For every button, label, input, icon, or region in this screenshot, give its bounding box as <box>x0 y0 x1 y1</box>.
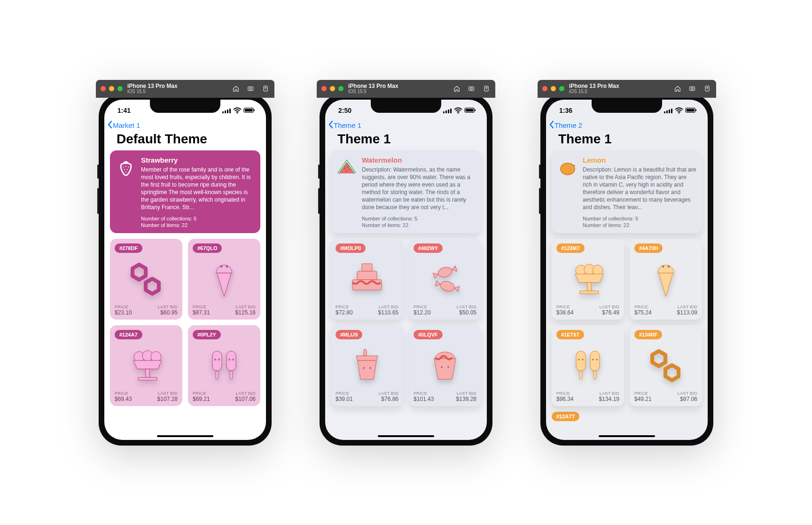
item-art-icecream-icon <box>414 339 476 391</box>
item-art-cake-icon <box>336 253 398 305</box>
item-card[interactable]: #278DF PRICE $23.10 LAST BID $60.95 <box>110 239 182 320</box>
item-card[interactable]: #MOLP0 PRICE $72.80 LAST BID $110.65 <box>331 239 403 320</box>
home-indicator[interactable] <box>378 435 434 437</box>
zoom-icon[interactable] <box>117 86 123 91</box>
item-art-popsicles-icon <box>556 339 619 391</box>
page-title: Default Theme <box>110 132 260 150</box>
hero-watermelon-icon <box>336 156 357 229</box>
hero-card[interactable]: Watermelon Description: Watermelons, as … <box>331 150 481 234</box>
hero-counts: Number of collections: 5 Number of items… <box>362 215 476 229</box>
minimize-icon[interactable] <box>551 86 556 91</box>
item-art-hex-rings-icon <box>634 339 697 391</box>
hero-title: Lemon <box>583 156 696 164</box>
battery-icon <box>464 107 476 113</box>
zoom-icon[interactable] <box>338 86 344 91</box>
hero-description: Description: Watermelons, as the name su… <box>362 166 476 212</box>
device-notch <box>371 100 441 113</box>
chevron-left-icon <box>107 120 113 130</box>
window-traffic-lights[interactable] <box>542 86 564 91</box>
share-icon[interactable] <box>483 85 491 93</box>
item-card[interactable]: #482WY PRICE $12.20 LAST BID $50.05 <box>409 239 481 320</box>
item-meta: PRICE $38.64 LAST BID $76.49 <box>556 305 619 316</box>
item-art-candies-icon <box>414 253 476 305</box>
item-tag: #67QLO <box>193 243 222 253</box>
item-tag: #124A7 <box>115 330 142 339</box>
nav-back[interactable]: Market 1 <box>104 118 266 132</box>
hero-card[interactable]: Strawberry Member of the rose family and… <box>110 150 260 234</box>
minimize-icon[interactable] <box>330 86 335 91</box>
device-frame: 1:36 Theme 2 <box>540 94 713 446</box>
item-card[interactable]: #134RF PRICE $49.21 LAST BID $87.06 <box>630 325 702 406</box>
item-tag: #MLIJ9 <box>336 330 362 339</box>
item-meta: PRICE $87.31 LAST BID $125.16 <box>193 305 256 316</box>
battery-icon <box>685 107 697 113</box>
item-tag: #12A7T <box>552 412 579 421</box>
wifi-icon <box>233 107 242 114</box>
close-icon[interactable] <box>321 86 327 91</box>
hero-counts: Number of collections: 5 Number of items… <box>583 215 696 229</box>
zoom-icon[interactable] <box>559 86 564 91</box>
hero-lemon-icon <box>557 156 578 229</box>
simulator-title: iPhone 13 Pro Max iOS 15.5 <box>348 83 398 94</box>
item-tag: #0LQVF <box>414 330 443 339</box>
item-art-sundae-icon <box>556 253 619 305</box>
page-title: Theme 1 <box>552 132 702 150</box>
device-notch <box>150 100 220 113</box>
close-icon[interactable] <box>542 86 547 91</box>
nav-back[interactable]: Theme 2 <box>546 118 708 132</box>
home-icon[interactable] <box>674 85 681 93</box>
item-card[interactable]: #67QLO PRICE $87.31 LAST BID $125.16 <box>188 239 260 320</box>
wifi-icon <box>675 107 683 114</box>
hero-card[interactable]: Lemon Description: Lemon is a beautiful … <box>552 150 702 234</box>
device-notch <box>592 100 662 113</box>
item-tag: #134RF <box>634 330 662 339</box>
close-icon[interactable] <box>101 86 106 91</box>
item-card[interactable]: #124A7 PRICE $69.43 LAST BID $107.28 <box>110 325 182 406</box>
hero-description: Description: Lemon is a beautiful fruit … <box>583 166 696 212</box>
share-icon[interactable] <box>704 85 711 93</box>
hero-title: Watermelon <box>362 156 476 164</box>
simulator-toolbar: iPhone 13 Pro Max iOS 15.5 <box>96 80 274 98</box>
home-icon[interactable] <box>232 85 240 93</box>
home-icon[interactable] <box>453 85 461 93</box>
simulator-toolbar: iPhone 13 Pro Max iOS 15.5 <box>317 80 495 98</box>
nav-back[interactable]: Theme 1 <box>325 118 487 132</box>
item-art-cone-icon <box>193 253 256 305</box>
item-meta: PRICE $96.34 LAST BID $134.19 <box>556 391 619 402</box>
item-card[interactable]: #123M7 PRICE $38.64 LAST BID $76.49 <box>552 239 624 320</box>
nav-back-label: Theme 1 <box>334 121 361 129</box>
share-icon[interactable] <box>262 85 270 93</box>
item-tag: #482WY <box>414 243 443 253</box>
home-indicator[interactable] <box>157 435 213 437</box>
screenshot-icon[interactable] <box>689 85 696 93</box>
item-card[interactable]: #0PL2Y PRICE $69.21 LAST BID $107.06 <box>188 325 260 406</box>
item-meta: PRICE $12.20 LAST BID $50.05 <box>414 305 476 316</box>
item-art-hex-rings-icon <box>115 253 178 305</box>
screenshot-icon[interactable] <box>247 85 255 93</box>
minimize-icon[interactable] <box>109 86 114 91</box>
item-card[interactable]: #MLIJ9 PRICE $39.01 LAST BID $76.86 <box>331 325 403 406</box>
item-meta: PRICE $75.24 LAST BID $113.09 <box>634 305 697 316</box>
item-meta: PRICE $49.21 LAST BID $87.06 <box>634 391 697 402</box>
item-card[interactable]: #1ET67 PRICE $96.34 LAST BID $134.19 <box>552 325 624 406</box>
item-card[interactable]: #0LQVF PRICE $101.43 LAST BID $139.28 <box>409 325 481 406</box>
item-meta: PRICE $23.10 LAST BID $60.95 <box>115 305 178 316</box>
hero-counts: Number of collections: 5 Number of items… <box>141 215 255 229</box>
item-meta: PRICE $101.43 LAST BID $139.28 <box>414 391 476 402</box>
item-card[interactable]: #4A73H PRICE $75.24 LAST BID $113.09 <box>630 239 702 320</box>
item-meta: PRICE $72.80 LAST BID $110.65 <box>336 305 398 316</box>
page-title: Theme 1 <box>331 132 481 150</box>
nav-back-label: Market 1 <box>113 121 140 129</box>
cellular-icon <box>443 108 452 113</box>
status-time: 1:41 <box>117 107 131 114</box>
window-traffic-lights[interactable] <box>101 86 123 91</box>
screenshot-icon[interactable] <box>468 85 476 93</box>
item-tag: #MOLP0 <box>336 243 366 253</box>
status-time: 1:36 <box>559 107 572 114</box>
status-time: 2:50 <box>338 107 351 114</box>
device-frame: 1:41 Market 1 <box>99 94 272 446</box>
item-meta: PRICE $69.43 LAST BID $107.28 <box>115 391 178 402</box>
window-traffic-lights[interactable] <box>321 86 344 91</box>
wifi-icon <box>454 107 462 114</box>
home-indicator[interactable] <box>599 435 655 437</box>
